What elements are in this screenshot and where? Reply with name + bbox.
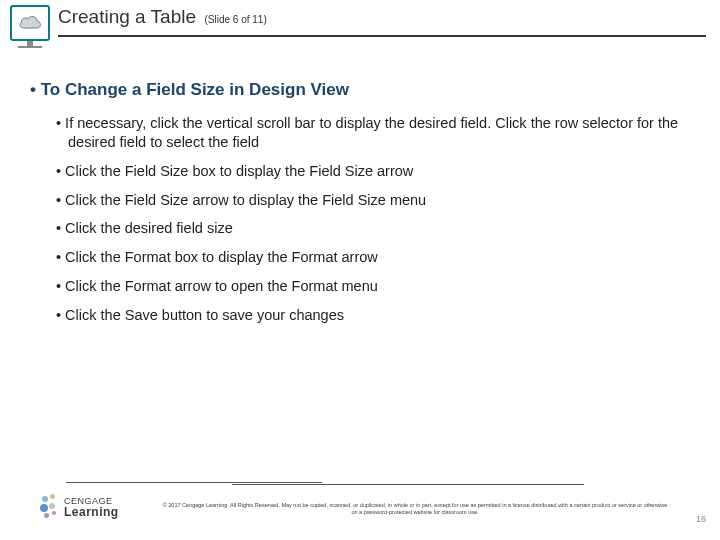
list-item: Click the Format box to display the Form…	[56, 248, 696, 267]
copyright-text: © 2017 Cengage Learning. All Rights Rese…	[160, 502, 670, 516]
list-item: If necessary, click the vertical scroll …	[56, 114, 696, 152]
slide-title: Creating a Table	[58, 6, 196, 27]
list-item: Click the Save button to save your chang…	[56, 306, 696, 325]
footer-rules	[40, 482, 680, 486]
slide-counter: (Slide 6 of 11)	[204, 14, 266, 25]
brand-line-2: Learning	[64, 506, 119, 518]
slide-header: Creating a Table (Slide 6 of 11)	[0, 0, 720, 50]
bullet-list: If necessary, click the vertical scroll …	[56, 114, 696, 325]
slide-footer: CENGAGE Learning © 2017 Cengage Learning…	[0, 482, 720, 534]
title-underline	[58, 35, 706, 37]
list-item: Click the Field Size box to display the …	[56, 162, 696, 181]
svg-rect-1	[18, 46, 42, 48]
monitor-stand-icon	[16, 41, 44, 51]
app-icon-frame	[10, 5, 50, 41]
slide-body: To Change a Field Size in Design View If…	[30, 80, 696, 335]
slide-title-wrap: Creating a Table (Slide 6 of 11)	[58, 6, 700, 28]
svg-rect-0	[27, 41, 33, 46]
brand-text: CENGAGE Learning	[64, 497, 119, 518]
list-item: Click the Format arrow to open the Forma…	[56, 277, 696, 296]
list-item: Click the desired field size	[56, 219, 696, 238]
page-number: 16	[696, 514, 706, 524]
brand-logo: CENGAGE Learning	[40, 492, 119, 522]
body-heading: To Change a Field Size in Design View	[30, 80, 696, 100]
cloud-icon	[17, 14, 43, 32]
brand-mark-icon	[40, 494, 60, 520]
list-item: Click the Field Size arrow to display th…	[56, 191, 696, 210]
